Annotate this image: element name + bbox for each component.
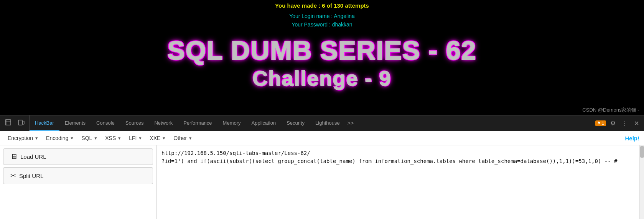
split-url-label: Split URL bbox=[19, 173, 43, 179]
device-icon[interactable] bbox=[16, 118, 26, 128]
tab-lighthouse[interactable]: Lighthouse bbox=[310, 115, 345, 131]
load-url-button[interactable]: 🖥 Load URL bbox=[3, 148, 153, 165]
tab-network[interactable]: Network bbox=[149, 115, 178, 131]
help-button[interactable]: Help! bbox=[625, 135, 640, 142]
lfi-label: LFI bbox=[129, 135, 137, 141]
split-url-icon: ✂ bbox=[10, 171, 16, 180]
svg-rect-3 bbox=[18, 120, 22, 125]
hackbar-main: 🖥 Load URL ✂ Split URL bbox=[0, 145, 644, 219]
xxe-dropdown[interactable]: XXE ▼ bbox=[147, 133, 169, 143]
hackbar-url-area bbox=[156, 145, 644, 219]
sql-dropdown[interactable]: SQL ▼ bbox=[78, 133, 100, 143]
xss-dropdown[interactable]: XSS ▼ bbox=[102, 133, 124, 143]
lfi-arrow-icon: ▼ bbox=[138, 136, 142, 140]
devtools-more-icon[interactable]: ⋮ bbox=[620, 119, 630, 128]
tab-security[interactable]: Security bbox=[281, 115, 310, 131]
attempts-text: You have made : 6 of 130 attempts bbox=[275, 2, 369, 9]
encryption-arrow-icon: ▼ bbox=[35, 136, 38, 140]
svg-rect-0 bbox=[5, 120, 11, 125]
password-info: Your Password : dhakkan bbox=[289, 20, 355, 29]
hackbar-sidebar: 🖥 Load URL ✂ Split URL bbox=[0, 145, 156, 219]
other-dropdown[interactable]: Other ▼ bbox=[170, 133, 195, 143]
badge-icon: ⚑ bbox=[597, 121, 601, 126]
lfi-dropdown[interactable]: LFI ▼ bbox=[126, 133, 145, 143]
encoding-label: Encoding bbox=[46, 135, 68, 141]
login-info: Your Login name : Angelina Your Password… bbox=[289, 12, 355, 29]
xxe-arrow-icon: ▼ bbox=[162, 136, 166, 140]
hackbar-panel: Encryption ▼ Encoding ▼ SQL ▼ XSS ▼ LFI … bbox=[0, 131, 644, 219]
badge-count: 1 bbox=[602, 121, 604, 125]
watermark: CSDN @Demons家的猫~ bbox=[582, 107, 639, 114]
sql-label: SQL bbox=[81, 135, 92, 141]
url-input[interactable] bbox=[156, 145, 644, 219]
xss-label: XSS bbox=[105, 135, 116, 141]
xxe-label: XXE bbox=[150, 135, 160, 141]
tab-hackbar[interactable]: HackBar bbox=[30, 115, 59, 131]
encoding-arrow-icon: ▼ bbox=[70, 136, 74, 140]
devtools-icons bbox=[0, 115, 30, 131]
encoding-dropdown[interactable]: Encoding ▼ bbox=[43, 133, 77, 143]
svg-rect-4 bbox=[23, 121, 24, 124]
hackbar-toolbar: Encryption ▼ Encoding ▼ SQL ▼ XSS ▼ LFI … bbox=[0, 131, 644, 145]
encryption-dropdown[interactable]: Encryption ▼ bbox=[5, 133, 41, 143]
tab-memory[interactable]: Memory bbox=[217, 115, 246, 131]
main-title: SQL DUMB SERIES - 62 bbox=[168, 36, 477, 65]
tab-elements[interactable]: Elements bbox=[59, 115, 91, 131]
other-arrow-icon: ▼ bbox=[188, 136, 192, 140]
login-name: Your Login name : Angelina bbox=[289, 12, 355, 20]
devtools-tabs: HackBar Elements Console Sources Network… bbox=[30, 115, 595, 131]
tab-sources[interactable]: Sources bbox=[120, 115, 149, 131]
warnings-badge[interactable]: ⚑ 1 bbox=[595, 120, 606, 126]
load-url-icon: 🖥 bbox=[10, 153, 17, 161]
close-devtools-icon[interactable]: ✕ bbox=[632, 119, 641, 128]
other-label: Other bbox=[173, 135, 187, 141]
settings-icon[interactable]: ⚙ bbox=[608, 119, 618, 128]
encryption-label: Encryption bbox=[8, 135, 33, 141]
cursor-icon[interactable] bbox=[3, 118, 13, 128]
devtools-bar: HackBar Elements Console Sources Network… bbox=[0, 115, 644, 131]
scrollbar-thumb bbox=[640, 146, 644, 158]
xss-arrow-icon: ▼ bbox=[117, 136, 121, 140]
load-url-label: Load URL bbox=[20, 153, 46, 160]
sub-title: Challenge - 9 bbox=[252, 66, 391, 90]
tab-performance[interactable]: Performance bbox=[178, 115, 217, 131]
more-tabs-button[interactable]: >> bbox=[345, 119, 356, 127]
scrollbar[interactable] bbox=[639, 145, 644, 219]
tab-application[interactable]: Application bbox=[246, 115, 282, 131]
split-url-button[interactable]: ✂ Split URL bbox=[3, 167, 153, 184]
sql-arrow-icon: ▼ bbox=[94, 136, 97, 140]
website-area: You have made : 6 of 130 attempts Your L… bbox=[0, 0, 644, 115]
tab-console[interactable]: Console bbox=[91, 115, 120, 131]
devtools-right-actions: ⚑ 1 ⚙ ⋮ ✕ bbox=[595, 119, 644, 128]
